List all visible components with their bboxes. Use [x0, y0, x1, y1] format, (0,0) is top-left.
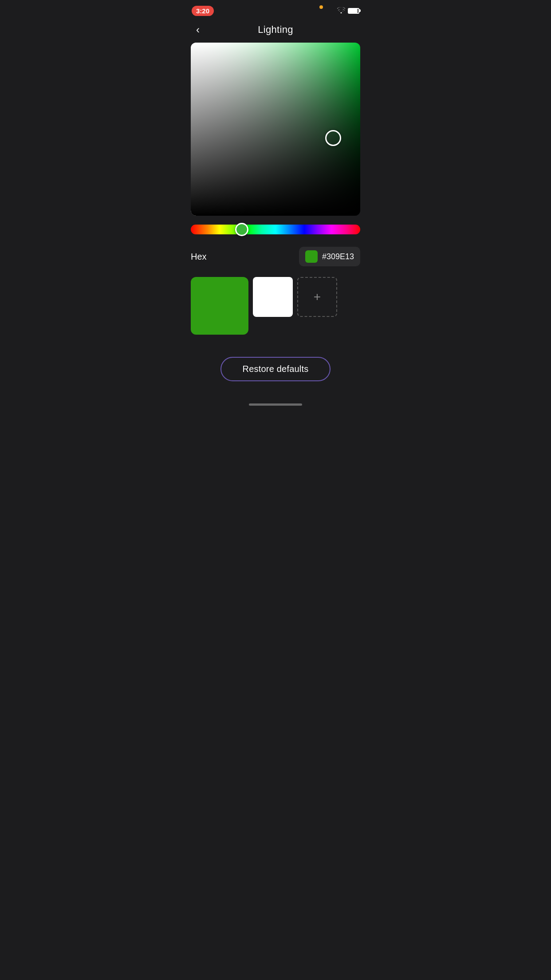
status-bar: 3:20 — [184, 0, 367, 20]
swatches-container: + — [184, 273, 367, 348]
wifi-icon — [337, 7, 345, 15]
restore-defaults-container: Restore defaults — [184, 348, 367, 399]
hue-slider-container — [184, 216, 367, 239]
page-title: Lighting — [258, 24, 293, 36]
home-indicator-bar — [249, 403, 302, 406]
hex-value-box[interactable]: #309E13 — [299, 247, 360, 266]
hex-label: Hex — [191, 252, 207, 262]
status-icons — [337, 7, 359, 15]
color-picker-container — [184, 43, 367, 216]
swatch-green[interactable] — [191, 277, 248, 335]
hex-value-text: #309E13 — [322, 252, 354, 261]
home-indicator — [184, 399, 367, 409]
color-picker-thumb[interactable] — [325, 130, 341, 146]
swatch-add-button[interactable]: + — [297, 277, 337, 317]
recording-dot — [319, 5, 323, 9]
restore-defaults-button[interactable]: Restore defaults — [220, 357, 331, 381]
add-icon: + — [314, 291, 321, 303]
battery-icon — [348, 8, 359, 14]
swatch-white[interactable] — [253, 277, 293, 317]
hue-slider-thumb[interactable] — [235, 223, 248, 236]
hex-section: Hex #309E13 — [184, 239, 367, 273]
hue-slider-track[interactable] — [191, 225, 360, 234]
back-button[interactable]: ‹ — [193, 22, 203, 38]
header: ‹ Lighting — [184, 20, 367, 43]
hex-color-swatch — [305, 250, 318, 263]
color-canvas[interactable] — [191, 43, 360, 216]
status-time: 3:20 — [192, 6, 214, 16]
